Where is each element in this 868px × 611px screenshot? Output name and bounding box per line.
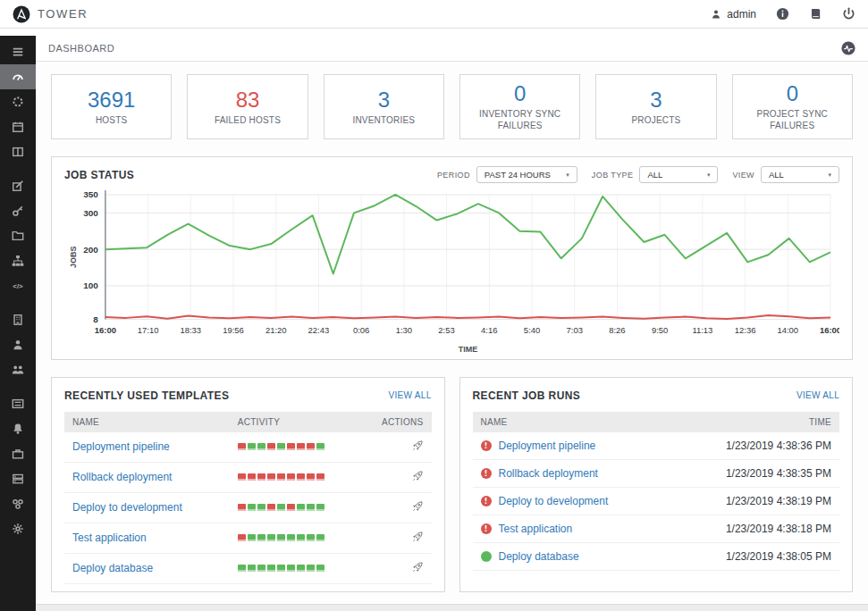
sidebar-item-dashboard[interactable] [0,64,36,89]
sidebar-item-management-jobs[interactable] [0,441,36,466]
job-type-select[interactable]: ALL ▾ [639,166,718,183]
view-all-jobs-link[interactable]: VIEW ALL [796,390,839,400]
job-failed-icon: ! [481,440,492,451]
sidebar-item-notifications[interactable] [0,416,36,441]
organizations-icon [12,314,24,326]
sidebar-item-inventory-scripts[interactable]: </> [0,273,36,298]
view-filter: VIEW ALL ▾ [732,166,839,183]
sidebar-item-schedules[interactable] [0,114,36,139]
template-name-link[interactable]: Deployment pipeline [72,440,170,453]
rocket-icon [411,531,424,543]
sidebar-item-credential-types[interactable] [0,391,36,416]
view-all-templates-link[interactable]: VIEW ALL [389,390,432,400]
activity-fail-bar [267,443,275,450]
activity-success-bar [248,443,256,450]
sidebar-item-instance-groups[interactable] [0,466,36,491]
job-name-link[interactable]: Deploy to development [499,495,609,507]
stat-value-inventory-sync-failures[interactable]: 0 [465,82,575,105]
stat-value-project-sync-failures[interactable]: 0 [737,82,847,105]
chart-filters: PERIOD PAST 24 HOURS ▾ JOB TYPE ALL ▾ [437,166,839,183]
template-row: Deploy database [64,553,432,583]
sidebar-item-jobs[interactable] [0,89,36,114]
sidebar-item-menu[interactable] [0,39,36,64]
credential-types-icon [12,398,24,410]
launch-template-button[interactable] [411,439,424,455]
sidebar-item-credentials[interactable] [0,198,36,223]
brand-title: TOWER [38,7,88,21]
activity-fail-bar [307,443,315,450]
stat-value-failed-hosts[interactable]: 83 [192,88,302,112]
topbar-actions: admin [711,7,855,21]
stat-value-hosts[interactable]: 3691 [56,88,166,112]
template-name-link[interactable]: Rollback deployment [72,471,172,483]
inventory-scripts-icon: </> [12,280,24,292]
sidebar-item-projects[interactable] [0,173,36,198]
template-name-link[interactable]: Test application [72,531,147,544]
svg-text:7:03: 7:03 [567,326,583,336]
template-row: Test application [64,523,432,553]
svg-text:200: 200 [83,245,98,255]
sidebar-item-teams[interactable] [0,357,36,382]
job-type-value: ALL [647,170,662,180]
svg-text:17:10: 17:10 [138,326,159,336]
sidebar-item-settings[interactable] [0,516,36,541]
template-name-link[interactable]: Deploy to development [72,501,182,514]
job-run-row: !Test application1/23/2019 4:38:18 PM [473,515,840,542]
user-menu[interactable]: admin [711,8,756,21]
svg-text:8:26: 8:26 [609,326,625,336]
stat-value-inventories[interactable]: 3 [329,88,439,112]
stat-card-inventory-sync-failures: 0INVENTORY SYNC FAILURES [459,74,580,139]
launch-template-button[interactable] [411,561,424,576]
period-label: PERIOD [437,171,470,180]
sidebar-item-users[interactable] [0,332,36,357]
svg-text:16:00: 16:00 [95,326,116,336]
launch-template-button[interactable] [411,500,424,515]
stat-value-projects[interactable]: 3 [601,88,711,112]
job-failed-icon: ! [481,523,492,534]
sidebar-item-inventories[interactable] [0,223,36,248]
logout-power-icon[interactable] [842,7,855,21]
user-icon [711,9,721,20]
breadcrumb: DASHBOARD [48,43,114,54]
view-label: VIEW [732,171,754,180]
sidebar-item-portal[interactable] [0,139,36,164]
job-name-link[interactable]: Rollback deployment [499,467,598,480]
activity-stream-icon[interactable] [841,41,855,55]
chevron-down-icon: ▾ [707,172,711,179]
docs-icon[interactable] [809,7,822,21]
ansible-logo-icon[interactable] [13,5,30,23]
username: admin [727,8,756,21]
sidebar-item-organizations[interactable] [0,307,36,332]
inventories-icon [12,230,24,242]
col-name: NAME [473,412,671,432]
projects-icon [12,180,24,192]
rocket-icon [411,470,424,482]
job-status-chart: 350300200100816:0017:1018:3319:5621:2022… [64,186,839,356]
job-name-link[interactable]: Test application [499,523,573,535]
svg-text:14:00: 14:00 [777,326,798,336]
settings-icon [12,523,24,535]
activity-fail-bar [238,534,246,541]
period-select[interactable]: PAST 24 HOURS ▾ [476,166,577,183]
launch-template-button[interactable] [411,470,424,485]
activity-success-bar [257,504,265,511]
view-select[interactable]: ALL ▾ [761,166,839,183]
about-info-icon[interactable] [776,7,789,21]
launch-template-button[interactable] [411,531,424,546]
activity-success-bar [248,534,256,541]
period-filter: PERIOD PAST 24 HOURS ▾ [437,166,577,183]
stat-card-inventories: 3INVENTORIES [324,74,444,139]
job-run-row: !Rollback deployment1/23/2019 4:38:35 PM [473,459,840,487]
bottom-panels: RECENTLY USED TEMPLATES VIEW ALL NAME AC… [51,377,853,592]
template-name-link[interactable]: Deploy database [72,562,153,574]
job-name-link[interactable]: Deployment pipeline [499,439,596,452]
activity-success-bar [248,565,256,572]
svg-text:9:50: 9:50 [652,326,668,336]
stat-label-inventory-sync-failures: INVENTORY SYNC FAILURES [465,108,575,131]
sidebar-item-templates[interactable] [0,248,36,273]
job-name-link[interactable]: Deploy database [499,550,579,563]
sidebar-item-applications[interactable] [0,491,36,516]
dashboard-icon [12,71,24,83]
job-type-filter: JOB TYPE ALL ▾ [592,166,719,183]
activity-sparkline [238,443,361,450]
